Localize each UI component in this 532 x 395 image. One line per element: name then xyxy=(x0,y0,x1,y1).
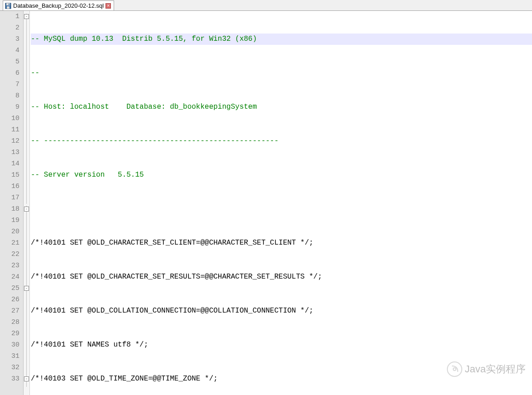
line-number: 8 xyxy=(0,90,19,101)
code-editor[interactable]: 1234567891011121314151617181920212223242… xyxy=(0,11,532,395)
line-number: 15 xyxy=(0,169,19,181)
line-number: 25 xyxy=(0,283,19,294)
line-number: 10 xyxy=(0,113,19,124)
tab-bar: Database_Backup_2020-02-12.sql × xyxy=(0,0,532,11)
watermark: Java实例程序 xyxy=(447,361,526,377)
code-line: /*!40101 SET @OLD_CHARACTER_SET_CLIENT=@… xyxy=(31,237,532,249)
line-number: 20 xyxy=(0,226,19,237)
fold-toggle[interactable]: - xyxy=(24,207,29,212)
fold-toggle[interactable]: - xyxy=(24,376,29,381)
line-number: 11 xyxy=(0,124,19,135)
svg-rect-3 xyxy=(9,4,10,5)
svg-rect-2 xyxy=(7,6,10,9)
line-number: 18 xyxy=(0,203,19,215)
code-line xyxy=(31,203,532,215)
code-line: /*!40101 SET NAMES utf8 */; xyxy=(31,339,532,351)
line-number: 1 xyxy=(0,11,19,22)
line-number: 7 xyxy=(0,79,19,90)
line-number: 19 xyxy=(0,215,19,226)
line-number: 21 xyxy=(0,237,19,249)
line-number: 9 xyxy=(0,101,19,113)
code-area[interactable]: -- MySQL dump 10.13 Distrib 5.5.15, for … xyxy=(30,11,532,395)
line-number: 32 xyxy=(0,362,19,373)
line-number: 31 xyxy=(0,351,19,362)
line-number-gutter: 1234567891011121314151617181920212223242… xyxy=(0,11,24,395)
line-number: 23 xyxy=(0,260,19,271)
line-number: 22 xyxy=(0,249,19,260)
line-number: 12 xyxy=(0,135,19,147)
code-line: -- xyxy=(31,67,532,79)
line-number: 30 xyxy=(0,339,19,351)
code-line: /*!40101 SET @OLD_CHARACTER_SET_RESULTS=… xyxy=(31,271,532,283)
close-icon[interactable]: × xyxy=(105,3,111,9)
line-number: 3 xyxy=(0,34,19,45)
line-number: 33 xyxy=(0,373,19,385)
code-line: -- Host: localhost Database: db_bookkeep… xyxy=(31,101,532,113)
line-number: 16 xyxy=(0,181,19,192)
line-number: 6 xyxy=(0,67,19,79)
line-number: 4 xyxy=(0,45,19,56)
line-number: 5 xyxy=(0,56,19,67)
code-line: /*!40101 SET @OLD_COLLATION_CONNECTION=@… xyxy=(31,305,532,317)
line-number: 28 xyxy=(0,317,19,328)
code-line: -- -------------------------------------… xyxy=(31,135,532,147)
code-line: -- Server version 5.5.15 xyxy=(31,169,532,181)
line-number: 29 xyxy=(0,328,19,339)
line-number: 26 xyxy=(0,294,19,305)
watermark-text: Java实例程序 xyxy=(465,362,526,376)
fold-toggle[interactable]: - xyxy=(24,286,29,291)
line-number: 27 xyxy=(0,305,19,317)
line-number: 13 xyxy=(0,147,19,158)
line-number: 17 xyxy=(0,192,19,203)
line-number: 24 xyxy=(0,271,19,283)
wechat-icon xyxy=(447,361,462,377)
line-number: 14 xyxy=(0,158,19,169)
tab-filename: Database_Backup_2020-02-12.sql xyxy=(13,2,104,9)
line-number: 2 xyxy=(0,22,19,34)
save-icon xyxy=(5,3,11,9)
code-line: -- MySQL dump 10.13 Distrib 5.5.15, for … xyxy=(31,34,532,45)
fold-column: - - - - xyxy=(24,11,30,395)
file-tab[interactable]: Database_Backup_2020-02-12.sql × xyxy=(3,0,114,10)
fold-toggle[interactable]: - xyxy=(24,14,29,19)
